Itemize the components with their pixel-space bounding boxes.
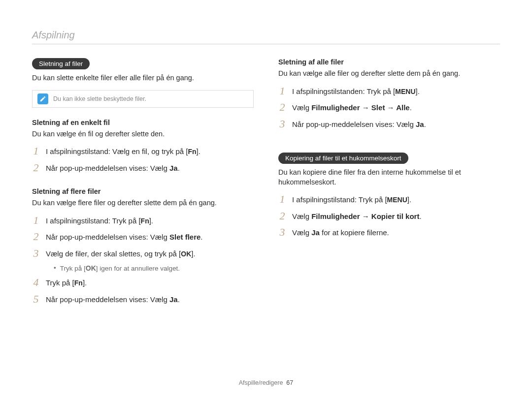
- bullet-dot: •: [54, 264, 56, 272]
- step: 4 Tryk på [Fn].: [32, 277, 254, 289]
- step-text: I afspilningstilstand: Tryk på [Fn].: [46, 215, 153, 227]
- heading-delete-single: Sletning af en enkelt fil: [32, 119, 254, 126]
- step: 3 Vælg de filer, der skal slettes, og tr…: [32, 248, 254, 260]
- step-text: Vælg de filer, der skal slettes, og tryk…: [46, 248, 196, 260]
- step-text: Når pop-up-meddelelsen vises: Vælg Ja.: [46, 162, 180, 174]
- left-column: Sletning af filer Du kan slette enkelte …: [32, 58, 254, 310]
- page-footer: Afspille/redigere 67: [0, 379, 532, 386]
- desc-copy-files: Du kan kopiere dine filer fra den intern…: [278, 168, 500, 187]
- heading-delete-all: Sletning af alle filer: [278, 58, 500, 66]
- page-number: 67: [286, 379, 293, 386]
- desc-delete-all: Du kan vælge alle filer og derefter slet…: [278, 69, 500, 79]
- step-text: Tryk på [Fn].: [46, 277, 87, 289]
- step: 1 I afspilningstilstand: Tryk på [MENU].: [278, 194, 500, 206]
- heading-delete-multiple: Sletning af flere filer: [32, 187, 254, 195]
- step-text: I afspilningstilstand: Tryk på [MENU].: [292, 194, 411, 206]
- step-number: 1: [278, 86, 286, 96]
- step-text: Når pop-up-meddelelsen vises: Vælg Ja.: [292, 119, 426, 130]
- step-number: 5: [32, 294, 40, 305]
- step-number: 1: [278, 194, 286, 205]
- step: 5 Når pop-up-meddelelsen vises: Vælg Ja.: [32, 294, 254, 306]
- step: 2 Når pop-up-meddelelsen vises: Vælg Sle…: [32, 231, 254, 243]
- footer-section: Afspille/redigere: [239, 379, 283, 386]
- step: 3 Vælg Ja for at kopiere filerne.: [278, 227, 500, 239]
- step-text: Vælg Filmuligheder → Slet → Alle.: [292, 102, 412, 114]
- step: 2 Når pop-up-meddelelsen vises: Vælg Ja.: [32, 162, 254, 174]
- note-box: Du kan ikke slette beskyttede filer.: [32, 90, 254, 108]
- step: 2 Vælg Filmuligheder → Slet → Alle.: [278, 102, 500, 114]
- step-text: I afspilningstilstanden: Tryk på [MENU].: [292, 86, 420, 97]
- fn-button-label: Fn: [141, 216, 149, 226]
- step-text: Når pop-up-meddelelsen vises: Vælg Ja.: [46, 294, 180, 306]
- step-text: I afspilningstilstand: Vælg en fil, og t…: [46, 146, 200, 157]
- fn-button-label: Fn: [74, 278, 83, 288]
- step: 1 I afspilningstilstand: Vælg en fil, og…: [32, 146, 254, 157]
- title-rule: [32, 44, 500, 44]
- desc-delete-single: Du kan vælge én fil og derefter slette d…: [32, 129, 254, 139]
- desc-delete-multiple: Du kan vælge flere filer og derefter sle…: [32, 198, 254, 208]
- step-number: 2: [278, 211, 286, 221]
- content-columns: Sletning af filer Du kan slette enkelte …: [32, 58, 500, 310]
- note-text: Du kan ikke slette beskyttede filer.: [53, 95, 146, 102]
- step-number: 3: [278, 227, 286, 238]
- sub-bullet: • Tryk på [OK] igen for at annullere val…: [54, 264, 254, 272]
- step-number: 2: [32, 231, 40, 242]
- heading-delete-files: Sletning af filer: [32, 58, 90, 69]
- step: 2 Vælg Filmuligheder → Kopier til kort.: [278, 211, 500, 222]
- heading-copy-files: Kopiering af filer til et hukommelseskor…: [278, 153, 408, 164]
- step-text: Når pop-up-meddelelsen vises: Vælg Slet …: [46, 231, 203, 243]
- step-text: Vælg Filmuligheder → Kopier til kort.: [292, 211, 422, 222]
- ok-button-label: OK: [181, 249, 191, 259]
- step-number: 2: [32, 162, 40, 173]
- menu-button-label: MENU: [387, 195, 407, 205]
- step-number: 2: [278, 102, 286, 113]
- step-number: 4: [32, 277, 40, 288]
- step: 1 I afspilningstilstanden: Tryk på [MENU…: [278, 86, 500, 97]
- fn-button-label: Fn: [188, 147, 196, 157]
- note-icon: [37, 93, 48, 104]
- step-text: Vælg Ja for at kopiere filerne.: [292, 227, 389, 239]
- step-number: 1: [32, 146, 40, 156]
- menu-button-label: MENU: [395, 87, 415, 97]
- step-number: 3: [278, 119, 286, 129]
- step: 1 I afspilningstilstand: Tryk på [Fn].: [32, 215, 254, 227]
- page-title: Afspilning: [32, 30, 500, 41]
- step: 3 Når pop-up-meddelelsen vises: Vælg Ja.: [278, 119, 500, 130]
- ok-button-label: OK: [86, 264, 96, 272]
- desc-delete-files: Du kan slette enkelte filer eller alle f…: [32, 73, 254, 83]
- step-number: 3: [32, 248, 40, 259]
- step-number: 1: [32, 215, 40, 226]
- right-column: Sletning af alle filer Du kan vælge alle…: [278, 58, 500, 310]
